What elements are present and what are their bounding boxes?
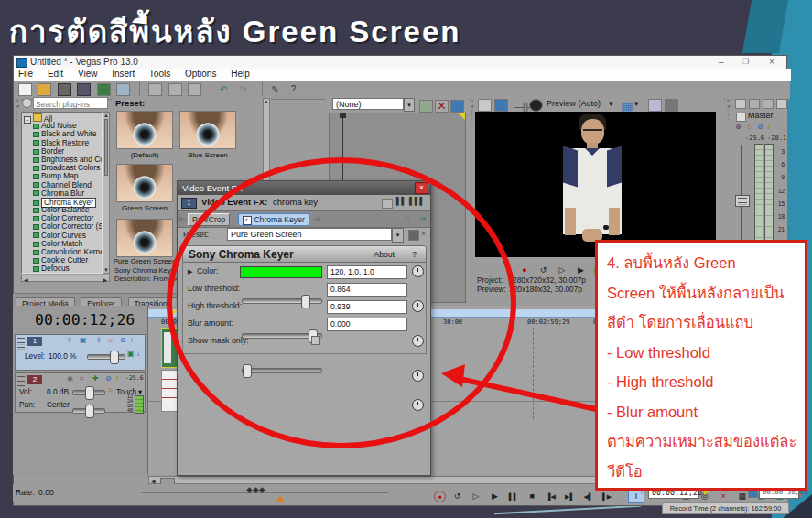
menu-edit[interactable]: Edit	[48, 69, 63, 79]
arm-record-icon[interactable]: ◉	[67, 374, 73, 383]
menu-file[interactable]: File	[18, 69, 33, 79]
preset-combo[interactable]: Pure Green Screen	[227, 228, 392, 241]
project-properties-icon[interactable]	[478, 99, 492, 112]
paste-icon[interactable]	[188, 83, 201, 96]
slider-thumb[interactable]	[243, 364, 252, 378]
dialog-titlebar[interactable]: Video Event FX ×	[178, 181, 430, 195]
scroll-left-icon[interactable]: ◀	[24, 276, 28, 283]
chevron-down-icon[interactable]: ▾	[404, 98, 415, 112]
color-swatch[interactable]	[240, 266, 322, 278]
blur-amount-slider[interactable]	[242, 368, 322, 373]
menu-help[interactable]: Help	[231, 69, 250, 79]
external-monitor-icon[interactable]	[494, 99, 508, 112]
delete-icon[interactable]: ×	[716, 490, 731, 502]
solo-icon[interactable]: !	[131, 336, 133, 344]
split-screen-icon[interactable]: ⊣⊢	[513, 99, 526, 112]
slider-thumb[interactable]	[301, 295, 310, 308]
record-icon[interactable]: ●	[434, 491, 446, 502]
video-track-header[interactable]: 1 ✈ ▣ ⊣⊢ ☼ ⊘ ! Level: 100.0 % ▣ ↓	[15, 334, 146, 371]
save-icon[interactable]	[58, 83, 71, 96]
mixer-insert-fx-icon[interactable]: ⊕	[735, 123, 742, 131]
downmix-icon[interactable]	[763, 99, 774, 109]
search-box[interactable]	[33, 97, 108, 109]
mute-icon[interactable]: ⊘	[105, 374, 112, 383]
pause-icon[interactable]: ▌▌	[506, 491, 521, 503]
remove-plugin-icon[interactable]: ×	[435, 100, 449, 113]
preview-quality-icon[interactable]	[529, 99, 543, 112]
add-fx-green-icon[interactable]: ⇒	[419, 214, 426, 222]
menu-options[interactable]: Options	[185, 69, 216, 79]
delete-preset-icon[interactable]: ×	[421, 229, 426, 238]
redo-icon[interactable]: ↷	[239, 83, 253, 96]
layout-triple-icon[interactable]: ▌▌▌	[409, 197, 425, 205]
loop-playback-icon[interactable]: ↺	[536, 264, 550, 276]
master-fader-thumb[interactable]	[735, 195, 750, 207]
vol-slider[interactable]	[72, 390, 105, 395]
scroll-left-icon[interactable]: ◀	[151, 478, 156, 484]
animate-clock-icon[interactable]	[412, 335, 424, 347]
interaction-tool-icon[interactable]: ✎	[271, 83, 285, 96]
level-slider[interactable]	[87, 354, 125, 360]
layout-split-icon[interactable]: ▌▌	[396, 197, 406, 205]
show-mask-checkbox[interactable]	[311, 336, 320, 345]
about-link[interactable]: About	[374, 246, 395, 263]
go-to-end-icon[interactable]: ▶▌	[562, 491, 577, 503]
mute-icon[interactable]: ⊘	[120, 336, 126, 344]
window-titlebar[interactable]: Untitled * - Vegas Pro 13.0 – ❐ ×	[14, 56, 786, 69]
previous-frame-icon[interactable]: ◀▌	[581, 491, 596, 503]
copy-icon[interactable]	[168, 83, 182, 96]
bypass-motion-blur-icon[interactable]: ⊣⊢	[92, 336, 105, 344]
save-preset-icon[interactable]	[408, 230, 419, 241]
compositing-mode-icon[interactable]: ▣	[127, 350, 135, 358]
expand-arrow-icon[interactable]: ▶	[188, 268, 192, 275]
next-frame-icon[interactable]: ▌▶	[600, 491, 614, 503]
audio-track-header[interactable]: 2 ◉ ≈ ✚ ⊘ ! -25.6 Vol: 0.0 dB ☼ Touch ▾ …	[15, 372, 146, 413]
menu-view[interactable]: View	[78, 69, 98, 79]
preset-thumb-blue-screen[interactable]	[179, 111, 236, 149]
search-input[interactable]	[34, 98, 111, 110]
timeline-timecode[interactable]: 00:00:12;26	[35, 311, 135, 329]
cut-icon[interactable]	[148, 83, 162, 96]
mixer-layout-icon[interactable]	[776, 99, 787, 109]
chevron-down-icon[interactable]: ▾	[634, 99, 639, 108]
overlay-grid-icon[interactable]: ▦	[621, 99, 634, 112]
low-threshold-slider[interactable]	[242, 298, 322, 304]
scroll-up-icon[interactable]: ▲	[264, 99, 269, 104]
scroll-right-icon[interactable]: ▶	[103, 276, 107, 283]
new-project-icon[interactable]	[18, 83, 32, 96]
animate-clock-icon[interactable]	[412, 399, 424, 411]
loop-playback-icon[interactable]: ↺	[449, 490, 464, 502]
track-gear-icon[interactable]: ☼	[107, 336, 114, 344]
dock-grip[interactable]: ×◂⋮⋮⋮⋮⋮⋮	[14, 98, 21, 305]
pan-slider-thumb[interactable]	[85, 405, 94, 418]
minimize-button[interactable]: –	[719, 56, 724, 69]
chevron-down-icon[interactable]: ▾	[609, 99, 613, 108]
animate-clock-icon[interactable]	[412, 370, 424, 382]
open-icon[interactable]	[38, 83, 51, 96]
high-threshold-slider[interactable]	[242, 333, 322, 339]
pan-crop-button[interactable]: Pan/Crop	[188, 213, 230, 226]
copy-snapshot-icon[interactable]	[648, 99, 662, 112]
track-drag-handle[interactable]	[17, 338, 25, 350]
menu-insert[interactable]: Insert	[112, 69, 135, 79]
blur-amount-value[interactable]: 0.000	[327, 318, 407, 331]
track-motion-icon[interactable]: ✈	[67, 336, 73, 344]
stop-icon[interactable]: ■	[525, 490, 539, 502]
expander-icon[interactable]: −	[24, 116, 31, 124]
preview-mode-select[interactable]: Preview (Auto)	[547, 99, 601, 108]
animate-clock-icon[interactable]	[412, 265, 424, 277]
track-fx-icon[interactable]: ▣	[80, 336, 87, 344]
render-as-icon[interactable]	[77, 83, 91, 96]
chevron-down-icon[interactable]: ▾	[392, 228, 404, 243]
add-fx-icon[interactable]: ⇒	[404, 214, 410, 222]
rate-slider-thumb[interactable]: ◆◆◆	[246, 485, 265, 494]
high-threshold-value[interactable]: 0.939	[327, 300, 407, 314]
record-icon[interactable]: ●	[517, 264, 532, 276]
undo-icon[interactable]: ↶	[220, 83, 233, 96]
scrollbar-thumb[interactable]	[104, 119, 108, 176]
play-icon[interactable]: ▶	[487, 490, 502, 502]
menu-tools[interactable]: Tools	[149, 69, 170, 79]
level-slider-thumb[interactable]	[110, 351, 119, 364]
capture-video-icon[interactable]	[116, 83, 130, 96]
mixer-gear-icon[interactable]: ☼	[746, 123, 752, 131]
